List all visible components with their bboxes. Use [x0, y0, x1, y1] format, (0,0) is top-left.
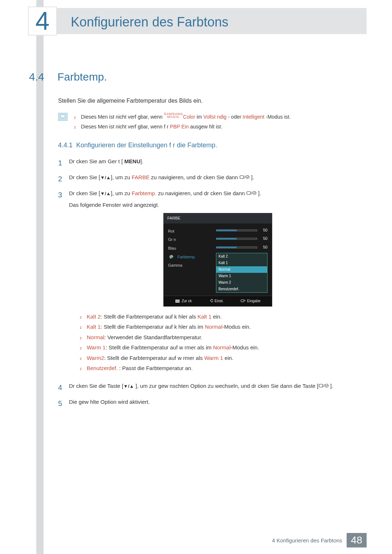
osd-item-blau: Blau: [168, 244, 212, 253]
menu-button-label: MENU: [124, 158, 140, 164]
osd-item-rot: Rot: [168, 227, 212, 236]
samsung-magic-logo: SAMSUNGMAGIC: [164, 112, 183, 118]
svg-point-6: [253, 192, 256, 195]
osd-slider-rot: 50: [216, 227, 268, 234]
svg-text:/: /: [251, 191, 252, 195]
chapter-title: Konfigurieren des Farbtons: [71, 15, 228, 30]
down-up-icon: ▼/▲: [123, 383, 134, 389]
select-enter-icon: /: [246, 190, 257, 196]
subsection-heading: 4.4.1 Konfigurieren der Einstellungen f …: [58, 141, 367, 149]
svg-rect-14: [241, 300, 244, 302]
osd-foot-back: Zur ck: [175, 298, 192, 304]
svg-rect-10: [175, 300, 180, 300]
footer-chapter-label: 4 Konfigurieren des Farbtons: [272, 537, 342, 543]
note-item-2: z Dieses Men ist nicht verf gbar, wenn f…: [74, 122, 291, 132]
svg-text:/: /: [244, 175, 245, 179]
osd-item-farbtemp: Farbtemp.: [168, 253, 212, 262]
svg-point-17: [325, 384, 328, 387]
svg-rect-0: [61, 115, 65, 118]
section-intro: Stellen Sie die allgemeine Farbtemperatu…: [58, 98, 367, 104]
svg-point-3: [246, 176, 249, 179]
section-title: Farbtemp.: [57, 71, 107, 83]
step-4: 4 Dr cken Sie die Taste [▼/▲ ], um zur g…: [58, 382, 367, 393]
svg-rect-15: [319, 384, 323, 387]
svg-rect-11: [175, 301, 180, 301]
bullet-dot: z: [74, 114, 76, 121]
palette-icon: [168, 254, 175, 259]
chapter-number: 4: [36, 7, 50, 36]
step-3: 3 Dr cken Sie [▼/▲], um zu Farbtemp. zu …: [58, 189, 367, 377]
note-item-1: z Dieses Men ist nicht verf gbar, wenn S…: [74, 112, 291, 122]
step-1: 1 Dr cken Sie am Ger t [ MENU].: [58, 157, 367, 169]
osd-item-grn: Gr n: [168, 235, 212, 244]
down-up-icon: ▼/▲: [100, 191, 111, 196]
bullet-kalt1: zKalt 1: Stellt die Farbtemperatur auf k…: [80, 322, 367, 332]
bullet-warm1: zWarm 1: Stellt die Farbtemperatur auf w…: [80, 342, 367, 353]
osd-screenshot: FARBE Rot Gr n Blau Farbtemp.: [163, 213, 272, 306]
step-2: 2 Dr cken Sie [▼/▲], um zu FARBE zu navi…: [58, 173, 367, 185]
osd-slider-grn: 50: [216, 235, 268, 242]
svg-point-7: [170, 256, 171, 257]
bullet-normal: zNormal: Verwendet die Standardfarbtempe…: [80, 332, 367, 343]
svg-rect-13: [211, 299, 213, 302]
note-icon: [58, 113, 68, 121]
osd-item-gamma: Gamma: [168, 261, 212, 270]
select-enter-icon: /: [319, 383, 329, 389]
osd-dropdown-farbtemp: Kalt 2 Kalt 1 Normal Warm 1 Warm 2 Benut…: [216, 253, 268, 293]
svg-rect-4: [247, 192, 250, 194]
chapter-number-box: 4: [28, 7, 57, 36]
osd-foot-adjust: Einst.: [209, 298, 224, 304]
osd-slider-blau: 50: [216, 244, 268, 251]
svg-text:/: /: [323, 384, 324, 388]
osd-foot-enter: Eingabe: [241, 298, 261, 304]
footer-page-number: 48: [347, 533, 367, 547]
svg-point-8: [171, 255, 172, 256]
page-footer: 4 Konfigurieren des Farbtons 48: [272, 533, 367, 547]
menu-bars-icon: [175, 299, 180, 303]
bullet-warm2: zWarm2: Stellt die Farbtemperatur auf w …: [80, 353, 367, 364]
svg-rect-12: [175, 302, 180, 303]
note-block: z Dieses Men ist nicht verf gbar, wenn S…: [58, 112, 367, 131]
bullet-kalt2: zKalt 2: Stellt die Farbtemperatur auf k…: [80, 312, 367, 322]
diamond-icon: [209, 299, 213, 303]
osd-title: FARBE: [164, 213, 272, 223]
bullet-benutzer: zBenutzerdef. : Passt die Farbtemperatur…: [80, 363, 367, 374]
enter-icon: [241, 299, 246, 303]
svg-rect-1: [240, 176, 244, 178]
down-up-icon: ▼/▲: [100, 175, 111, 180]
bullet-dot: z: [74, 124, 76, 131]
svg-point-9: [170, 257, 171, 258]
section-number: 4.4: [29, 71, 44, 83]
select-enter-icon: /: [240, 174, 250, 180]
step-5: 5 Die gew hlte Option wird aktiviert.: [58, 398, 367, 409]
